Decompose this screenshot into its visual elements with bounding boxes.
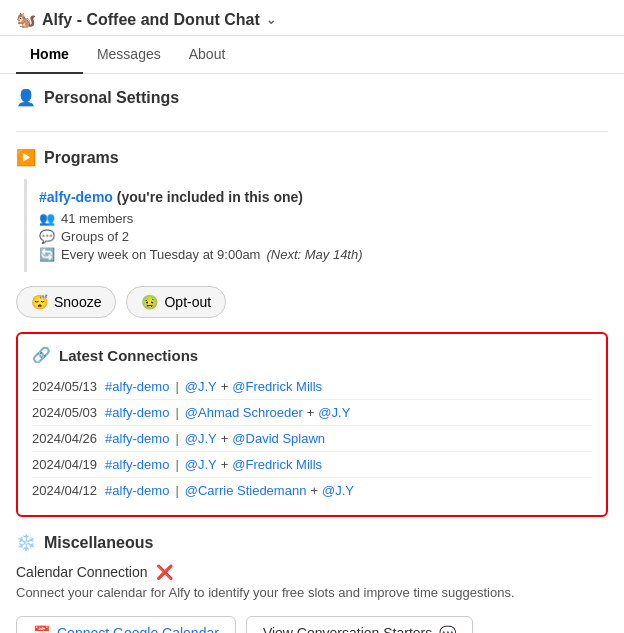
program-action-buttons: 😴 Snooze 🤢 Opt-out: [16, 286, 608, 318]
optout-label: Opt-out: [164, 294, 211, 310]
main-content: 👤 Personal Settings ▶️ Programs #alfy-de…: [0, 74, 624, 633]
schedule-next: (Next: May 14th): [266, 247, 362, 262]
app-header: 🐿️ Alfy - Coffee and Donut Chat ⌄: [0, 0, 624, 36]
connection-user1[interactable]: @J.Y: [185, 379, 217, 394]
program-item: #alfy-demo (you're included in this one)…: [24, 179, 608, 272]
person-icon: 👤: [16, 88, 36, 107]
connection-program[interactable]: #alfy-demo: [105, 431, 169, 446]
connections-icon: 🔗: [32, 346, 51, 364]
starters-label: View Conversation Starters: [263, 625, 432, 633]
nav-tabs: Home Messages About: [0, 36, 624, 74]
calendar-icon: 📅: [33, 625, 50, 633]
app-icon: 🐿️: [16, 10, 36, 29]
connection-row: 2024/05/03 #alfy-demo | @Ahmad Schroeder…: [32, 400, 592, 426]
connection-date: 2024/04/12: [32, 483, 97, 498]
schedule-text: Every week on Tuesday at 9:00am: [61, 247, 260, 262]
snooze-button[interactable]: 😴 Snooze: [16, 286, 116, 318]
connection-program[interactable]: #alfy-demo: [105, 483, 169, 498]
calendar-status-icon: ❌: [156, 564, 173, 580]
connections-header: 🔗 Latest Connections: [32, 346, 592, 364]
app-title-text: Alfy - Coffee and Donut Chat: [42, 11, 260, 29]
members-icon: 👥: [39, 211, 55, 226]
snooze-label: Snooze: [54, 294, 101, 310]
personal-settings-section: 👤 Personal Settings: [16, 88, 608, 132]
snooze-icon: 😴: [31, 294, 48, 310]
tab-messages[interactable]: Messages: [83, 36, 175, 74]
optout-icon: 🤢: [141, 294, 158, 310]
personal-settings-title: Personal Settings: [44, 89, 179, 107]
connections-title: Latest Connections: [59, 347, 198, 364]
misc-icon: ❄️: [16, 533, 36, 552]
tab-about[interactable]: About: [175, 36, 240, 74]
optout-button[interactable]: 🤢 Opt-out: [126, 286, 226, 318]
program-groups-row: 💬 Groups of 2: [39, 229, 596, 244]
app-title: 🐿️ Alfy - Coffee and Donut Chat ⌄: [16, 10, 276, 29]
connection-user1[interactable]: @Ahmad Schroeder: [185, 405, 303, 420]
program-members-row: 👥 41 members: [39, 211, 596, 226]
connection-date: 2024/04/19: [32, 457, 97, 472]
programs-header: ▶️ Programs: [16, 148, 608, 167]
connect-google-calendar-button[interactable]: 📅 Connect Google Calendar: [16, 616, 236, 633]
misc-header: ❄️ Miscellaneous: [16, 533, 608, 552]
connection-user2[interactable]: @J.Y: [318, 405, 350, 420]
connection-user2[interactable]: @Fredrick Mills: [232, 457, 322, 472]
calendar-connection-row: Calendar Connection ❌: [16, 564, 608, 580]
connection-program[interactable]: #alfy-demo: [105, 457, 169, 472]
connection-date: 2024/05/13: [32, 379, 97, 394]
chevron-down-icon[interactable]: ⌄: [266, 13, 276, 27]
connection-user1[interactable]: @Carrie Stiedemann: [185, 483, 307, 498]
members-count: 41 members: [61, 211, 133, 226]
program-link[interactable]: #alfy-demo: [39, 189, 113, 205]
connect-calendar-label: Connect Google Calendar: [57, 625, 219, 633]
play-icon: ▶️: [16, 148, 36, 167]
connection-row: 2024/04/12 #alfy-demo | @Carrie Stiedema…: [32, 478, 592, 503]
calendar-description: Connect your calendar for Alfy to identi…: [16, 584, 608, 602]
bottom-buttons: 📅 Connect Google Calendar View Conversat…: [16, 616, 608, 633]
connection-user2[interactable]: @David Splawn: [232, 431, 325, 446]
connection-date: 2024/04/26: [32, 431, 97, 446]
program-schedule-row: 🔄 Every week on Tuesday at 9:00am (Next:…: [39, 247, 596, 262]
connection-user1[interactable]: @J.Y: [185, 457, 217, 472]
connection-program[interactable]: #alfy-demo: [105, 379, 169, 394]
connection-row: 2024/05/13 #alfy-demo | @J.Y + @Fredrick…: [32, 374, 592, 400]
connection-user2[interactable]: @J.Y: [322, 483, 354, 498]
view-conversation-starters-button[interactable]: View Conversation Starters 💬: [246, 616, 473, 633]
connection-program[interactable]: #alfy-demo: [105, 405, 169, 420]
program-meta: 👥 41 members 💬 Groups of 2 🔄 Every week …: [39, 211, 596, 262]
groups-count: Groups of 2: [61, 229, 129, 244]
programs-section: ▶️ Programs #alfy-demo (you're included …: [16, 148, 608, 272]
connection-date: 2024/05/03: [32, 405, 97, 420]
program-name: #alfy-demo (you're included in this one): [39, 189, 596, 205]
connection-user2[interactable]: @Fredrick Mills: [232, 379, 322, 394]
latest-connections-section: 🔗 Latest Connections 2024/05/13 #alfy-de…: [16, 332, 608, 517]
personal-settings-header: 👤 Personal Settings: [16, 88, 608, 107]
connection-user1[interactable]: @J.Y: [185, 431, 217, 446]
connection-row: 2024/04/19 #alfy-demo | @J.Y + @Fredrick…: [32, 452, 592, 478]
programs-title: Programs: [44, 149, 119, 167]
groups-icon: 💬: [39, 229, 55, 244]
connection-row: 2024/04/26 #alfy-demo | @J.Y + @David Sp…: [32, 426, 592, 452]
starters-icon: 💬: [439, 625, 456, 633]
miscellaneous-section: ❄️ Miscellaneous Calendar Connection ❌ C…: [16, 533, 608, 633]
calendar-connection-label: Calendar Connection: [16, 564, 148, 580]
tab-home[interactable]: Home: [16, 36, 83, 74]
misc-title: Miscellaneous: [44, 534, 153, 552]
program-included-text: (you're included in this one): [117, 189, 303, 205]
schedule-icon: 🔄: [39, 247, 55, 262]
